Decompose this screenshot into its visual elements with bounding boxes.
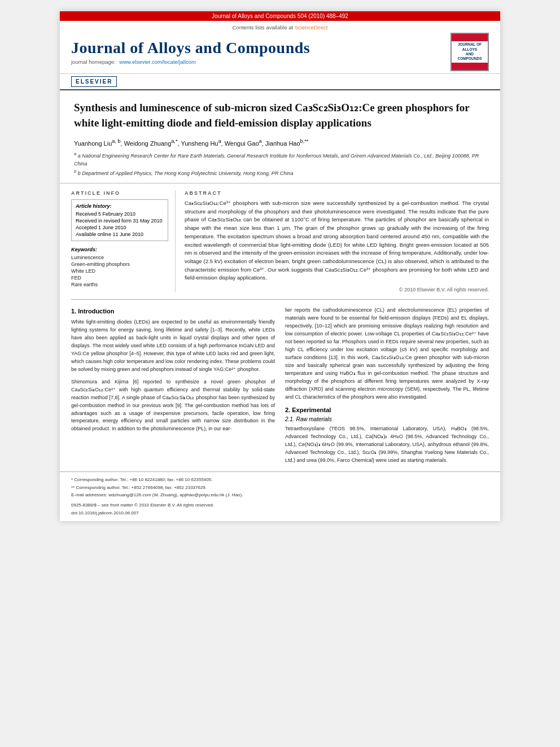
intro-paragraph-2: Shimomura and Kijima [6] reported to syn…	[71, 378, 275, 434]
keywords-section: Keywords: Luminescence Green-emitting ph…	[71, 247, 168, 287]
abstract-column: ABSTRACT Ca₃Sc₂Si₃O₁₂:Ce³⁺ phosphors wit…	[185, 190, 489, 292]
authors: Yuanhong Liua, b, Weidong Zhuanga,*, Yun…	[74, 138, 486, 147]
accepted-date: Accepted 1 June 2010	[76, 225, 164, 230]
keywords-title: Keywords:	[71, 247, 168, 252]
received-date: Received 5 February 2010	[76, 211, 164, 217]
history-title: Article history:	[76, 203, 164, 209]
body-right-column: lier reports the cathodoluminescence (CL…	[285, 307, 489, 465]
footnote-star2: ** Corresponding author. Tel.: +852 2766…	[71, 484, 489, 492]
abstract-text: Ca₃Sc₂Si₃O₁₂:Ce³⁺ phosphors with sub-mic…	[185, 199, 489, 282]
issn-line: 0925-8388/$ – see front matter © 2010 El…	[71, 501, 489, 509]
right-paragraph-1: lier reports the cathodoluminescence (CL…	[285, 307, 489, 401]
article-history-box: Article history: Received 5 February 201…	[71, 199, 168, 241]
rawmat-text: Tetraethoxysilane (TEOS 98.5%, Internati…	[285, 425, 489, 465]
keyword-2: Green-emitting phosphors	[71, 261, 168, 267]
journal-logo-box: JOURNAL OF ALLOYS AND COMPOUNDS	[450, 33, 489, 71]
doi-text: doi:10.1016/j.jallcom.2010.06.007	[71, 510, 139, 516]
rawmat-heading: 2.1. Raw materials	[285, 416, 489, 422]
footnotes-section: * Corresponding author. Tel.: +86 10 822…	[60, 471, 500, 521]
sciencedirect-link[interactable]: ScienceDirect	[295, 24, 328, 30]
revised-date: Received in revised form 31 May 2010	[76, 218, 164, 224]
journal-header: Contents lists available at ScienceDirec…	[60, 21, 500, 74]
journal-homepage-line: journal homepage: www.elsevier.com/locat…	[71, 59, 196, 65]
doi-line: doi:10.1016/j.jallcom.2010.06.007	[71, 509, 489, 517]
intro-heading: 1. Introduction	[71, 308, 275, 314]
article-title-section: Synthesis and luminescence of sub-micron…	[60, 90, 500, 184]
homepage-url[interactable]: www.elsevier.com/locate/jallcom	[119, 59, 196, 65]
footnote-star1: * Corresponding author. Tel.: +86 10 822…	[71, 476, 489, 484]
journal-reference-bar: Journal of Alloys and Compounds 504 (201…	[60, 11, 500, 21]
intro-paragraph-1: White light-emitting diodes (LEDs) are e…	[71, 318, 275, 374]
keyword-5: Rare earths	[71, 282, 168, 287]
footnote-emails: E-mail addresses: wdzhuang@126.com (W. Z…	[71, 491, 489, 499]
homepage-label: journal homepage:	[71, 59, 116, 65]
copyright-line: © 2010 Elsevier B.V. All rights reserved…	[185, 287, 489, 292]
elsevier-logo: ELSEVIER	[71, 76, 117, 87]
contents-label: Contents lists available at	[233, 24, 294, 30]
article-info-column: ARTICLE INFO Article history: Received 5…	[71, 190, 176, 292]
available-date: Available online 11 June 2010	[76, 231, 164, 237]
body-section: 1. Introduction White light-emitting dio…	[60, 300, 500, 471]
article-info-label: ARTICLE INFO	[71, 190, 168, 196]
keyword-1: Luminescence	[71, 255, 168, 260]
affiliations: a a National Engineering Research Center…	[74, 151, 486, 177]
contents-available: Contents lists available at ScienceDirec…	[71, 24, 489, 30]
email-addresses: wdzhuang@126.com (W. Zhuang), apjihao@po…	[108, 492, 243, 497]
experimental-heading: 2. Experimental	[285, 407, 489, 413]
abstract-label: ABSTRACT	[185, 190, 489, 196]
article-title: Synthesis and luminescence of sub-micron…	[74, 101, 486, 130]
keyword-4: FED	[71, 275, 168, 281]
body-left-column: 1. Introduction White light-emitting dio…	[71, 307, 275, 465]
article-info-abstract: ARTICLE INFO Article history: Received 5…	[60, 184, 500, 299]
page: Journal of Alloys and Compounds 504 (201…	[60, 11, 500, 521]
email-label: E-mail addresses:	[71, 492, 107, 497]
elsevier-bar: ELSEVIER	[60, 74, 500, 90]
journal-ref-text: Journal of Alloys and Compounds 504 (201…	[212, 13, 348, 19]
journal-title: Journal of Alloys and Compounds	[71, 39, 310, 57]
keyword-3: White LED	[71, 268, 168, 274]
